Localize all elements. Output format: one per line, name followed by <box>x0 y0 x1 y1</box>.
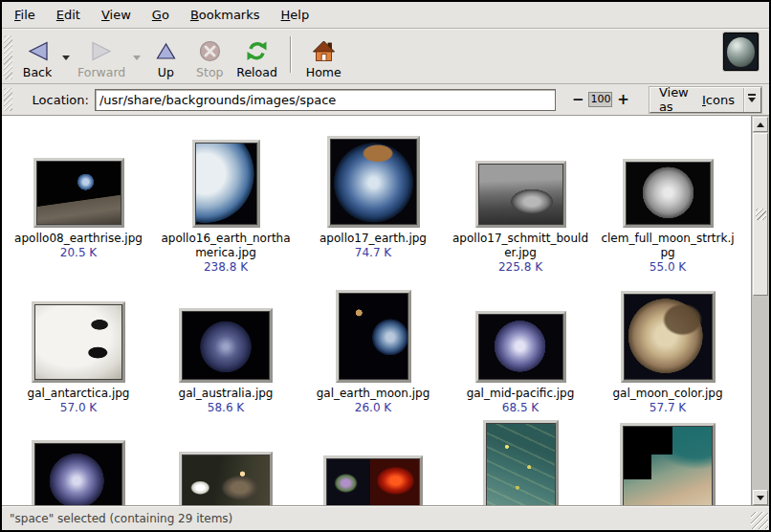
file-item[interactable]: apollo08_earthrise.jpg 20.5 K <box>5 128 152 281</box>
file-size: 20.5 K <box>60 246 97 260</box>
file-size: 57.0 K <box>60 401 97 415</box>
galaxy-collision-thumbnail <box>179 452 273 506</box>
file-item[interactable]: apollo17_earth.jpg 74.7 K <box>299 128 447 281</box>
forward-arrow-icon <box>91 38 113 65</box>
reload-label: Reload <box>236 65 277 79</box>
teal-nebula-thumbnail <box>483 420 559 506</box>
file-name: gal_mid-pacific.jpg <box>467 387 575 401</box>
menu-view[interactable]: View <box>91 3 142 27</box>
chevron-down-icon <box>133 55 141 64</box>
scrollbar-thumb[interactable] <box>753 133 768 296</box>
file-manager-window: File Edit View Go Bookmarks Help Back Fo… <box>0 0 771 532</box>
nebula-pair-thumbnail <box>323 455 423 506</box>
scrollbar-up-button[interactable] <box>753 117 768 132</box>
file-size: 238.8 K <box>204 260 248 275</box>
file-row-2: gal_antarctica.jpg 57.0 K gal_australia.… <box>5 281 751 420</box>
zoom-level-indicator[interactable]: 100 <box>588 92 612 107</box>
menu-go[interactable]: Go <box>142 3 180 27</box>
file-size: 225.8 K <box>498 260 542 275</box>
australia-earth-thumbnail <box>179 308 273 383</box>
status-text: "space" selected (containing 29 items) <box>10 512 232 525</box>
file-item[interactable] <box>299 420 447 506</box>
scrollbar-grip-icon <box>756 209 766 220</box>
full-moon-thumbnail <box>623 159 714 228</box>
file-name: apollo16_earth_northamerica.jpg <box>156 232 296 260</box>
scroll-down-arrow-icon <box>757 496 764 504</box>
up-button[interactable]: Up <box>143 33 187 82</box>
vertical-scrollbar[interactable] <box>751 116 769 506</box>
file-item[interactable]: gal_australia.jpg 58.6 K <box>152 281 299 420</box>
blue-marble-thumbnail <box>327 136 420 228</box>
file-name: gal_australia.jpg <box>179 387 274 401</box>
file-item[interactable]: apollo16_earth_northamerica.jpg 238.8 K <box>152 128 299 281</box>
file-item[interactable] <box>152 420 299 506</box>
file-size: 26.0 K <box>355 401 391 415</box>
menu-bookmarks[interactable]: Bookmarks <box>180 3 271 27</box>
file-size: 68.5 K <box>502 401 539 415</box>
stop-button: Stop <box>187 33 231 82</box>
home-label: Home <box>306 65 341 79</box>
back-arrow-icon <box>27 38 49 65</box>
menu-file[interactable]: File <box>4 3 46 27</box>
reload-icon <box>245 38 269 65</box>
back-history-dropdown[interactable] <box>59 33 73 82</box>
throbber <box>723 33 759 71</box>
toolbar-separator <box>290 36 292 73</box>
view-as-combo[interactable]: View as Icons <box>650 87 761 113</box>
location-input[interactable] <box>95 89 556 111</box>
file-name: gal_moon_color.jpg <box>612 387 722 401</box>
menu-edit[interactable]: Edit <box>46 3 91 27</box>
mid-pacific-earth-thumbnail <box>475 311 566 383</box>
file-item[interactable]: apollo17_schmitt_boulder.jpg 225.8 K <box>447 128 594 281</box>
nautilus-throbber-sphere-icon <box>727 37 755 67</box>
moon-boulder-thumbnail <box>475 161 566 228</box>
file-size: 58.6 K <box>208 401 244 415</box>
file-name: apollo08_earthrise.jpg <box>14 232 143 246</box>
forward-history-dropdown <box>130 33 143 82</box>
file-item[interactable] <box>594 420 741 506</box>
toolbar: Back Forward Up Stop <box>2 29 769 84</box>
back-label: Back <box>23 65 52 79</box>
chevron-down-icon <box>62 55 70 64</box>
file-name: apollo17_earth.jpg <box>319 232 427 246</box>
home-button[interactable]: Home <box>301 33 346 82</box>
scrollbar-down-button[interactable] <box>753 490 768 505</box>
zoom-out-button[interactable]: − <box>567 91 589 108</box>
file-row-3 <box>5 420 751 506</box>
home-icon <box>312 38 336 65</box>
file-item[interactable]: gal_moon_color.jpg 57.7 K <box>594 281 741 420</box>
teal-nebula-blocks-thumbnail <box>620 423 716 506</box>
file-name: apollo17_schmitt_boulder.jpg <box>451 232 590 260</box>
location-label: Location: <box>33 93 89 107</box>
location-bar-drag-handle[interactable] <box>4 88 12 111</box>
up-arrow-icon <box>156 38 176 65</box>
earth-crescent-thumbnail <box>192 140 260 228</box>
file-item[interactable]: gal_earth_moon.jpg 26.0 K <box>299 281 447 420</box>
menu-help[interactable]: Help <box>271 3 320 27</box>
resize-grip[interactable] <box>751 512 768 529</box>
file-name: gal_earth_moon.jpg <box>317 387 430 401</box>
location-bar: Location: − 100 + View as Icons <box>2 84 769 116</box>
menu-bar: File Edit View Go Bookmarks Help <box>2 2 769 29</box>
purple-earth-thumbnail <box>32 440 125 506</box>
stop-label: Stop <box>196 65 223 79</box>
back-button[interactable]: Back <box>15 33 59 82</box>
file-item[interactable]: gal_mid-pacific.jpg 68.5 K <box>447 281 594 420</box>
earthrise-thumbnail <box>33 158 124 228</box>
view-as-combo-label: View as Icons <box>650 88 743 112</box>
file-item[interactable]: clem_full_moon_strtrk.jpg 55.0 K <box>594 128 741 281</box>
file-item[interactable]: gal_antarctica.jpg 57.0 K <box>5 281 152 420</box>
status-bar: "space" selected (containing 29 items) <box>2 506 769 530</box>
file-item[interactable] <box>5 420 152 506</box>
zoom-in-button[interactable]: + <box>612 91 634 108</box>
earth-moon-thumbnail <box>336 290 411 383</box>
scroll-up-arrow-icon <box>757 119 764 127</box>
icon-view[interactable]: apollo08_earthrise.jpg 20.5 K apollo16_e… <box>2 116 769 506</box>
stop-icon <box>199 38 221 65</box>
dropdown-arrow-icon[interactable] <box>743 88 760 112</box>
forward-button: Forward <box>73 33 130 82</box>
file-item[interactable] <box>447 420 594 506</box>
antarctica-thumbnail <box>32 301 125 383</box>
reload-button[interactable]: Reload <box>231 33 282 82</box>
toolbar-drag-handle[interactable] <box>4 35 12 79</box>
